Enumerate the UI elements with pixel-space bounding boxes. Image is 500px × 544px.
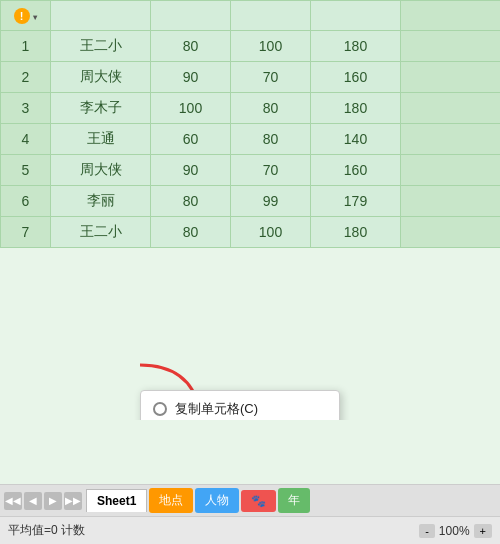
radio-copy-cell — [153, 402, 167, 416]
cell-score2-2[interactable]: 70 — [231, 62, 311, 93]
zoom-in-button[interactable]: + — [474, 524, 492, 538]
sheet-tab-paw[interactable]: 🐾 — [241, 490, 276, 512]
cell-total-3[interactable]: 180 — [311, 93, 401, 124]
warning-icon: ! — [14, 8, 30, 24]
sheet-tab-year[interactable]: 年 — [278, 488, 310, 513]
cell-total-5[interactable]: 160 — [311, 155, 401, 186]
cell-name-4[interactable]: 王通 — [51, 124, 151, 155]
cell-index-5[interactable]: 5 — [1, 155, 51, 186]
tab-bar: ◀◀ ◀ ▶ ▶▶ Sheet1 地点 人物 🐾 年 — [0, 484, 500, 516]
spreadsheet: ! ▾ 1 王二小 80 100 180 2 周大侠 90 70 160 3 李… — [0, 0, 500, 420]
cell-score1-6[interactable]: 80 — [151, 186, 231, 217]
tab-navigation: ◀◀ ◀ ▶ ▶▶ — [0, 492, 86, 510]
zoom-level: 100% — [439, 524, 470, 538]
cell-score2-7[interactable]: 100 — [231, 217, 311, 248]
table-row: 7 王二小 80 100 180 — [1, 217, 501, 248]
cell-index-1[interactable]: 1 — [1, 31, 51, 62]
cell-extra-6[interactable] — [401, 186, 501, 217]
cell-score2-1[interactable]: 100 — [231, 31, 311, 62]
cell-extra-7[interactable] — [401, 217, 501, 248]
sheet-tab-sheet1[interactable]: Sheet1 — [86, 489, 147, 512]
table-row: 6 李丽 80 99 179 — [1, 186, 501, 217]
cell-name-7[interactable]: 王二小 — [51, 217, 151, 248]
cell-total-2[interactable]: 160 — [311, 62, 401, 93]
sheet-tab-people[interactable]: 人物 — [195, 488, 239, 513]
table-row: 2 周大侠 90 70 160 — [1, 62, 501, 93]
header-col-total — [311, 1, 401, 31]
cell-name-1[interactable]: 王二小 — [51, 31, 151, 62]
cell-score2-6[interactable]: 99 — [231, 186, 311, 217]
cell-index-2[interactable]: 2 — [1, 62, 51, 93]
tab-last-button[interactable]: ▶▶ — [64, 492, 82, 510]
cell-name-6[interactable]: 李丽 — [51, 186, 151, 217]
cell-score1-5[interactable]: 90 — [151, 155, 231, 186]
cell-extra-5[interactable] — [401, 155, 501, 186]
zoom-out-button[interactable]: - — [419, 524, 435, 538]
cell-score2-4[interactable]: 80 — [231, 124, 311, 155]
sheet-tab-place[interactable]: 地点 — [149, 488, 193, 513]
cell-score2-3[interactable]: 80 — [231, 93, 311, 124]
zoom-controls: - 100% + — [419, 524, 492, 538]
status-text: 平均值=0 计数 — [8, 522, 85, 539]
cell-score1-1[interactable]: 80 — [151, 31, 231, 62]
cell-name-5[interactable]: 周大侠 — [51, 155, 151, 186]
cell-extra-3[interactable] — [401, 93, 501, 124]
header-col-score2 — [231, 1, 311, 31]
cell-index-3[interactable]: 3 — [1, 93, 51, 124]
cell-score1-4[interactable]: 60 — [151, 124, 231, 155]
cell-score1-3[interactable]: 100 — [151, 93, 231, 124]
cell-extra-2[interactable] — [401, 62, 501, 93]
table-row: 4 王通 60 80 140 — [1, 124, 501, 155]
cell-score2-5[interactable]: 70 — [231, 155, 311, 186]
cell-name-2[interactable]: 周大侠 — [51, 62, 151, 93]
table-row: 3 李木子 100 80 180 — [1, 93, 501, 124]
header-col-extra — [401, 1, 501, 31]
dropdown-arrow-icon[interactable]: ▾ — [33, 13, 37, 22]
cell-total-4[interactable]: 140 — [311, 124, 401, 155]
cell-name-3[interactable]: 李木子 — [51, 93, 151, 124]
context-menu: 复制单元格(C)以序列方式填充(S)仅填充格式(F)不带格式填充(O)智能填充(… — [140, 390, 340, 420]
cell-index-7[interactable]: 7 — [1, 217, 51, 248]
cell-index-6[interactable]: 6 — [1, 186, 51, 217]
cell-total-1[interactable]: 180 — [311, 31, 401, 62]
menu-label-copy-cell: 复制单元格(C) — [175, 400, 258, 418]
data-table: ! ▾ 1 王二小 80 100 180 2 周大侠 90 70 160 3 李… — [0, 0, 500, 248]
tab-first-button[interactable]: ◀◀ — [4, 492, 22, 510]
header-col-name — [51, 1, 151, 31]
header-col-index: ! ▾ — [1, 1, 51, 31]
cell-index-4[interactable]: 4 — [1, 124, 51, 155]
cell-total-7[interactable]: 180 — [311, 217, 401, 248]
status-bar: 平均值=0 计数 - 100% + — [0, 516, 500, 544]
cell-extra-1[interactable] — [401, 31, 501, 62]
cell-total-6[interactable]: 179 — [311, 186, 401, 217]
tab-prev-button[interactable]: ◀ — [24, 492, 42, 510]
cell-score1-2[interactable]: 90 — [151, 62, 231, 93]
table-row: 5 周大侠 90 70 160 — [1, 155, 501, 186]
cell-score1-7[interactable]: 80 — [151, 217, 231, 248]
header-col-score1 — [151, 1, 231, 31]
tab-next-button[interactable]: ▶ — [44, 492, 62, 510]
table-row: 1 王二小 80 100 180 — [1, 31, 501, 62]
cell-extra-4[interactable] — [401, 124, 501, 155]
menu-item-copy-cell[interactable]: 复制单元格(C) — [141, 395, 339, 420]
